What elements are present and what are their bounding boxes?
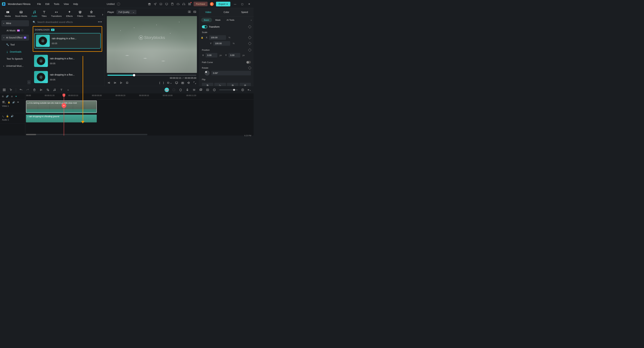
apps-icon[interactable] — [188, 2, 191, 6]
zoom-handle[interactable] — [233, 89, 235, 91]
flip-rotate-button[interactable]: ⟳ — [240, 83, 251, 86]
eye-icon[interactable]: 👁 — [17, 101, 19, 104]
scale-x-input[interactable] — [209, 35, 226, 40]
ratio-dropdown[interactable]: ⌄ — [167, 81, 172, 84]
transform-toggle[interactable] — [202, 25, 207, 28]
cut-indicator-icon[interactable]: ✂ — [62, 103, 66, 108]
playhead[interactable] — [64, 94, 64, 136]
zoom-out-button[interactable] — [212, 88, 216, 92]
crop-button[interactable] — [46, 88, 50, 92]
lock-icon[interactable]: 🔓 — [6, 115, 9, 117]
tab-filters[interactable]: Filters — [77, 10, 83, 17]
zoom-in-button[interactable] — [241, 88, 244, 92]
keyframe-diamond-icon[interactable] — [248, 42, 252, 45]
mark-out-button[interactable]: } — [163, 82, 164, 84]
audio-item[interactable]: ♫ rain dropping in a floo... 00:05 — [33, 70, 102, 84]
display-button[interactable] — [175, 81, 178, 84]
mark-in-button[interactable]: { — [159, 82, 160, 84]
zoom-slider[interactable] — [219, 90, 238, 90]
more-options-button[interactable]: ••• — [98, 20, 102, 24]
headphones-icon[interactable] — [182, 2, 186, 6]
sidebar-item-tts[interactable]: Text To Speech — [1, 56, 29, 62]
prev-frame-button[interactable] — [108, 81, 110, 84]
track-magnet-icon[interactable]: ✦ — [15, 95, 17, 98]
cloud-icon[interactable] — [176, 2, 180, 6]
tab-color[interactable]: Color — [217, 10, 236, 14]
track-mute-all-icon[interactable]: ⊘ — [11, 95, 13, 98]
track-lock-all-icon[interactable]: ⧉ — [2, 95, 4, 98]
audio-item[interactable]: ♫ rain dropping in a floo... 00:05 — [34, 33, 101, 48]
redo-button[interactable] — [26, 88, 30, 92]
timeline-ruler[interactable]: :00:00 00:00:01:20 00:00:03:10 00:00:05:… — [25, 94, 254, 100]
playhead-handle[interactable] — [62, 94, 65, 97]
group-button[interactable] — [199, 88, 203, 92]
sidebar-item-ai-sound-effect[interactable]: ▾AI Sound EffectA — [1, 34, 29, 41]
keyframe-diamond-icon[interactable] — [248, 66, 252, 70]
menu-edit[interactable]: Edit — [44, 2, 50, 6]
render-button[interactable] — [172, 88, 176, 92]
sidebar-item-tool[interactable]: 🔧Tool — [1, 42, 29, 48]
track-link-icon[interactable]: 🔗 — [6, 95, 8, 98]
tab-stickers[interactable]: Stickers — [88, 10, 95, 17]
menu-file[interactable]: File — [36, 2, 42, 6]
scale-y-input[interactable] — [213, 41, 230, 46]
scrubber-handle[interactable] — [133, 74, 135, 76]
sidebar-item-universal-music[interactable]: ▸Universal Musi... — [1, 63, 29, 69]
fullscreen-button[interactable] — [193, 81, 196, 84]
timeline-scrollbar[interactable] — [26, 134, 148, 135]
preview-scrubber[interactable] — [108, 75, 196, 76]
keyframe-diamond-icon[interactable] — [248, 36, 252, 39]
sidebar-collapse-button[interactable]: ‹ — [27, 80, 31, 84]
stop-button[interactable] — [126, 81, 129, 84]
sidebar-item-mine[interactable]: ▸Mine — [1, 20, 29, 26]
menu-help[interactable]: Help — [72, 2, 79, 6]
layout-button[interactable] — [2, 88, 6, 92]
audio-item[interactable]: ♫ rain dropping in a floo... 00:05 — [33, 54, 102, 68]
sidebar-item-downloads[interactable]: ⭳Downloads — [1, 49, 29, 55]
menu-tools[interactable]: Tools — [53, 2, 60, 6]
audio-beat-button[interactable] — [53, 88, 56, 92]
volume-button[interactable] — [187, 81, 190, 84]
send-icon[interactable] — [154, 2, 157, 6]
history-icon[interactable] — [159, 2, 162, 6]
more-tools-button[interactable]: » — [66, 88, 70, 92]
keyframe-diamond-icon[interactable] — [248, 48, 252, 52]
split-button[interactable] — [39, 88, 43, 92]
search-input[interactable] — [37, 21, 96, 24]
tab-media[interactable]: Media — [5, 10, 10, 17]
purchase-button[interactable]: Purchase — [194, 2, 208, 6]
tab-effects[interactable]: Effects — [66, 10, 73, 17]
tab-video[interactable]: Video — [199, 10, 217, 14]
video-clip[interactable]: ▸it-is-raining-outside-rain-dro reak-in-… — [26, 100, 97, 113]
subtabs-scroll-right[interactable]: › — [251, 19, 252, 22]
flip-horizontal-button[interactable]: ⧎ — [202, 83, 213, 86]
undo-button[interactable] — [19, 88, 23, 92]
timeline-body[interactable]: :00:00 00:00:01:20 00:00:03:10 00:00:05:… — [25, 94, 254, 136]
save-icon[interactable] — [171, 2, 174, 6]
text-tool[interactable] — [60, 88, 63, 92]
subtab-mask[interactable]: Mask — [213, 18, 223, 22]
pos-x-input[interactable] — [206, 53, 217, 58]
path-curve-toggle[interactable] — [246, 61, 251, 64]
rotate-knob[interactable] — [204, 70, 210, 76]
tab-speed[interactable]: Speed — [236, 10, 254, 14]
preview-canvas[interactable]: ⬢Storyblocks — [107, 16, 197, 73]
rotate-input[interactable] — [211, 71, 251, 75]
minimize-button[interactable]: — — [233, 2, 238, 6]
user-avatar[interactable]: C — [210, 2, 214, 6]
monitor-icon[interactable] — [165, 2, 168, 6]
flip-both-button[interactable]: ⧉ — [227, 83, 238, 86]
audio-clip[interactable]: ♪rain dropping in a flooding ground — [26, 115, 97, 122]
lock-icon[interactable]: 🔒 — [201, 36, 203, 39]
audio-mix-button[interactable] — [192, 88, 196, 92]
select-tool[interactable] — [9, 88, 13, 92]
play-button[interactable] — [120, 81, 122, 84]
export-button[interactable]: Export ▾ — [216, 2, 230, 6]
flip-vertical-button[interactable]: ▷ — [214, 83, 226, 86]
subtab-ai-tools[interactable]: AI Tools — [224, 18, 237, 22]
tabs-scroll-right[interactable]: › — [102, 12, 103, 16]
quality-dropdown[interactable]: Full Quality ⌄ — [116, 10, 136, 14]
compare-view-icon[interactable] — [188, 10, 191, 14]
picture-mode-icon[interactable] — [193, 10, 196, 14]
tab-transitions[interactable]: Transitions — [51, 10, 62, 17]
